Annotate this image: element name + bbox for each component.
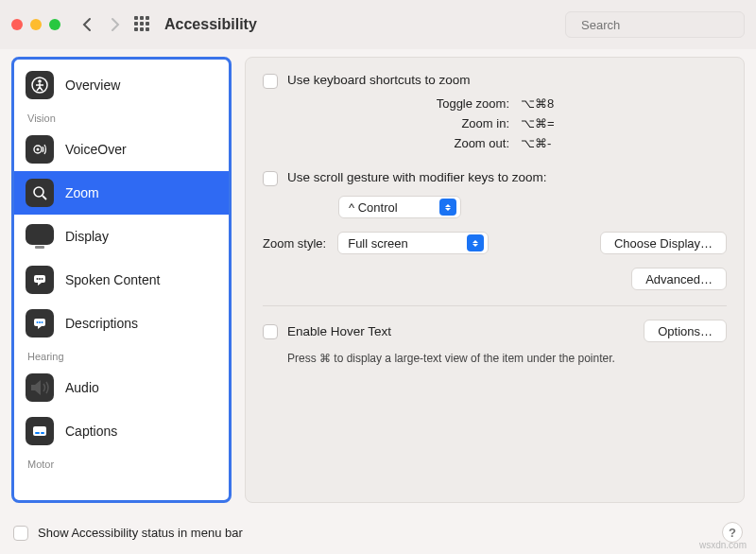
svg-rect-16 xyxy=(33,426,46,436)
forward-button xyxy=(106,15,125,34)
svg-point-3 xyxy=(38,79,42,83)
sidebar-item-captions[interactable]: Captions xyxy=(14,409,229,453)
overview-icon xyxy=(26,71,54,99)
sidebar-item-label: Captions xyxy=(65,424,117,439)
advanced-button[interactable]: Advanced… xyxy=(631,268,727,290)
zoom-style-label: Zoom style: xyxy=(263,236,326,251)
settings-content: Use keyboard shortcuts to zoom Toggle zo… xyxy=(245,57,745,503)
kb-shortcuts-checkbox[interactable] xyxy=(263,74,278,89)
all-preferences-grid-icon[interactable] xyxy=(134,16,151,33)
sidebar-section-vision: Vision xyxy=(14,107,229,128)
sidebar-item-audio[interactable]: Audio xyxy=(14,366,229,409)
minimize-window-icon[interactable] xyxy=(30,19,42,30)
svg-point-13 xyxy=(37,321,39,323)
sidebar-item-label: Spoken Content xyxy=(65,272,160,287)
watermark: wsxdn.com xyxy=(699,540,747,550)
modifier-key-value: ^ Control xyxy=(349,200,432,215)
svg-point-10 xyxy=(39,278,41,280)
scroll-gesture-label: Use scroll gesture with modifier keys to… xyxy=(287,170,547,184)
search-input[interactable] xyxy=(579,17,742,33)
audio-icon xyxy=(26,373,54,402)
sidebar-item-label: Display xyxy=(65,229,109,244)
svg-point-15 xyxy=(42,321,43,323)
choose-display-button[interactable]: Choose Display… xyxy=(600,232,727,254)
zoom-style-select[interactable]: Full screen xyxy=(337,232,489,254)
svg-point-14 xyxy=(39,321,41,323)
sidebar-item-label: Descriptions xyxy=(65,316,138,331)
svg-line-7 xyxy=(43,196,46,199)
svg-point-6 xyxy=(34,187,43,197)
voiceover-icon xyxy=(26,135,54,164)
hover-text-label: Enable Hover Text xyxy=(287,324,391,338)
sidebar-section-hearing: Hearing xyxy=(14,345,229,366)
chevron-updown-icon xyxy=(467,234,484,251)
zoom-icon xyxy=(26,179,54,207)
show-status-checkbox[interactable] xyxy=(13,526,28,541)
sidebar-item-label: VoiceOver xyxy=(65,142,127,157)
kb-shortcuts-label: Use keyboard shortcuts to zoom xyxy=(287,73,471,87)
window-traffic-lights[interactable] xyxy=(11,19,60,30)
sidebar-section-motor: Motor xyxy=(14,453,229,474)
divider xyxy=(263,305,727,306)
fullscreen-window-icon[interactable] xyxy=(49,19,60,30)
sidebar-item-label: Zoom xyxy=(65,185,99,200)
svg-point-9 xyxy=(37,278,39,280)
hover-text-note: Press ⌘ to display a large-text view of … xyxy=(287,352,727,365)
sidebar-item-spoken-content[interactable]: Spoken Content xyxy=(14,258,229,302)
scroll-gesture-checkbox[interactable] xyxy=(263,171,278,186)
svg-rect-18 xyxy=(41,432,44,434)
page-title: Accessibility xyxy=(164,16,257,33)
svg-rect-17 xyxy=(35,432,40,434)
chevron-updown-icon xyxy=(439,199,456,216)
back-button[interactable] xyxy=(77,15,96,34)
sidebar-item-label: Overview xyxy=(65,78,120,93)
close-window-icon[interactable] xyxy=(11,19,23,30)
sidebar-item-voiceover[interactable]: VoiceOver xyxy=(14,128,229,171)
descriptions-icon xyxy=(26,309,54,338)
zoom-style-value: Full screen xyxy=(348,236,459,251)
captions-icon xyxy=(26,417,54,445)
display-icon xyxy=(26,224,54,245)
modifier-key-select[interactable]: ^ Control xyxy=(338,196,461,218)
sidebar-item-overview[interactable]: Overview xyxy=(14,63,229,107)
hover-options-button[interactable]: Options… xyxy=(644,320,727,342)
spoken-content-icon xyxy=(26,266,54,294)
sidebar-item-label: Audio xyxy=(65,380,99,395)
sidebar-item-zoom[interactable]: Zoom xyxy=(14,171,229,215)
shortcut-list: Toggle zoom:⌥⌘8 Zoom in:⌥⌘= Zoom out:⌥⌘- xyxy=(263,95,727,153)
sidebar-item-display[interactable]: Display xyxy=(14,215,229,258)
hover-text-checkbox[interactable] xyxy=(263,324,278,339)
category-sidebar: Overview Vision VoiceOver Zoom Display S… xyxy=(11,57,232,503)
svg-point-5 xyxy=(37,148,40,151)
svg-point-11 xyxy=(42,278,43,280)
show-status-label: Show Accessibility status in menu bar xyxy=(38,526,243,540)
search-field[interactable] xyxy=(565,11,745,38)
sidebar-item-descriptions[interactable]: Descriptions xyxy=(14,302,229,345)
